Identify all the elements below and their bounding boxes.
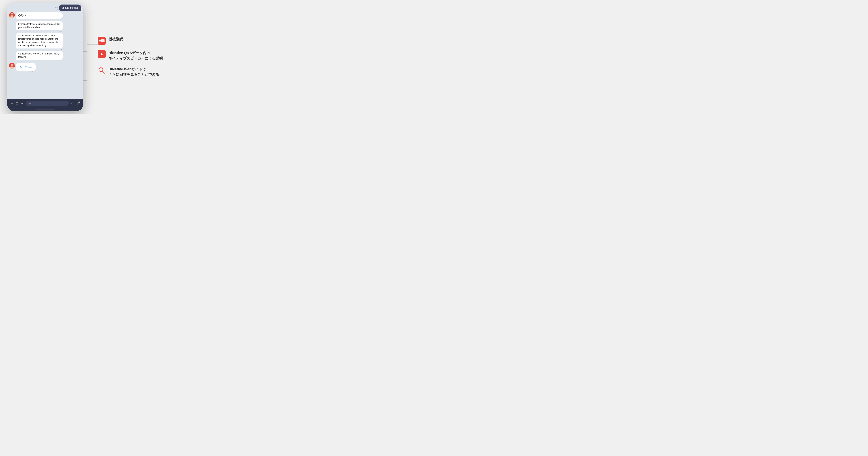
translate-icon: 文 A (98, 37, 105, 45)
camera-icon[interactable]: ⊡ (16, 101, 18, 105)
avatar-icon-2 (9, 63, 15, 68)
svg-text:文: 文 (98, 39, 101, 42)
annotation-title-3: HiNative Webサイトで さらに回答を見ることができる (108, 66, 159, 77)
annotation-text-2: HiNative Q&Aデータ内の ネイティブスピーカーによる説明 (108, 50, 163, 61)
phone-screen: 既読 21:44 absent-minded (7, 3, 83, 108)
annotation-hinative-qa: A HiNative Q&Aデータ内の ネイティブスピーカーによる説明 (98, 50, 184, 61)
svg-point-1 (11, 13, 13, 16)
svg-text:A: A (102, 39, 103, 42)
svg-point-3 (11, 14, 12, 15)
plus-icon[interactable]: ＋ (10, 101, 13, 106)
image-icon[interactable]: ⛰ (21, 101, 24, 105)
read-label: 既読 (55, 7, 58, 9)
svg-point-6 (11, 64, 13, 66)
svg-point-8 (11, 65, 12, 65)
sent-message-row: 既読 21:44 absent-minded (9, 4, 81, 11)
bubble-text-4: Someone who forgets a lot or has difficu… (16, 51, 63, 60)
emoji-icon[interactable]: ☺ (71, 101, 74, 105)
bubble-text-japanese: 心無い (16, 12, 63, 19)
bubble-text-2: It means that you are physically present… (16, 21, 63, 30)
annotation-machine-translate: 文 A 機械翻訳 (98, 37, 184, 45)
time-japanese: 21:44 (16, 19, 63, 21)
search-icon (98, 67, 105, 74)
annotation-text-1: 機械翻訳 (108, 37, 123, 41)
avatar-1 (9, 12, 15, 18)
time-msg2: 21:44 (16, 30, 63, 32)
more-button-text: もっと見る (20, 65, 32, 68)
connector-lines (83, 4, 98, 110)
phone-mockup: 既読 21:44 absent-minded (7, 3, 83, 111)
received-messages-group: 心無い 21:44 It means that you are physical… (16, 12, 63, 62)
page-container: 既読 21:44 absent-minded (0, 0, 217, 114)
annotations-panel: 文 A 機械翻訳 A HiNative Q&Aデータ内の ネイティブスピーカーに… (98, 37, 184, 77)
sent-bubble: absent-minded (59, 4, 81, 11)
sent-message-meta: 既読 21:44 (55, 7, 58, 10)
avatar-icon (9, 12, 15, 18)
input-placeholder: Aa (28, 102, 31, 105)
sent-time: 21:44 (55, 9, 58, 10)
home-indicator (7, 108, 83, 111)
translate-icon-container: 文 A (98, 37, 105, 45)
input-bar: ＋ ⊡ ⛰ Aa ☺ 🎤 (7, 99, 83, 108)
search-icon-container (98, 66, 105, 75)
chat-area: 既読 21:44 absent-minded (7, 3, 83, 99)
bubble-japanese: 心無い 21:44 (16, 12, 63, 21)
bubble-msg2: It means that you are physically present… (16, 21, 63, 32)
svg-point-4 (12, 14, 13, 15)
more-button-row: もっと見る 21:44 (9, 63, 81, 73)
received-row-1: 心無い 21:44 It means that you are physical… (9, 12, 81, 62)
bubble-msg3: Someone who is absent-minded often forge… (16, 33, 63, 50)
avatar-2 (9, 63, 15, 68)
message-input[interactable]: Aa (26, 101, 69, 106)
more-button-container: もっと見る 21:44 (16, 63, 36, 73)
connector-svg (83, 4, 98, 110)
home-bar (36, 109, 54, 110)
annotation-text-3: HiNative Webサイトで さらに回答を見ることができる (108, 66, 159, 77)
svg-point-9 (12, 65, 13, 65)
more-button[interactable]: もっと見る (16, 63, 36, 71)
time-msg3: 21:44 (16, 49, 63, 50)
annotation-title-2: HiNative Q&Aデータ内の ネイティブスピーカーによる説明 (108, 50, 163, 61)
bubble-msg4: Someone who forgets a lot or has difficu… (16, 51, 63, 62)
mic-icon[interactable]: 🎤 (76, 101, 80, 105)
more-button-time: 21:44 (16, 71, 36, 73)
time-msg4: 21:44 (16, 60, 63, 62)
svg-line-18 (102, 71, 104, 73)
bubble-text-3: Someone who is absent-minded often forge… (16, 33, 63, 49)
sent-text: absent-minded (62, 6, 79, 9)
hinative-qa-icon: A (98, 50, 105, 58)
annotation-title-1: 機械翻訳 (108, 37, 123, 41)
annotation-hinative-web: HiNative Webサイトで さらに回答を見ることができる (98, 66, 184, 77)
